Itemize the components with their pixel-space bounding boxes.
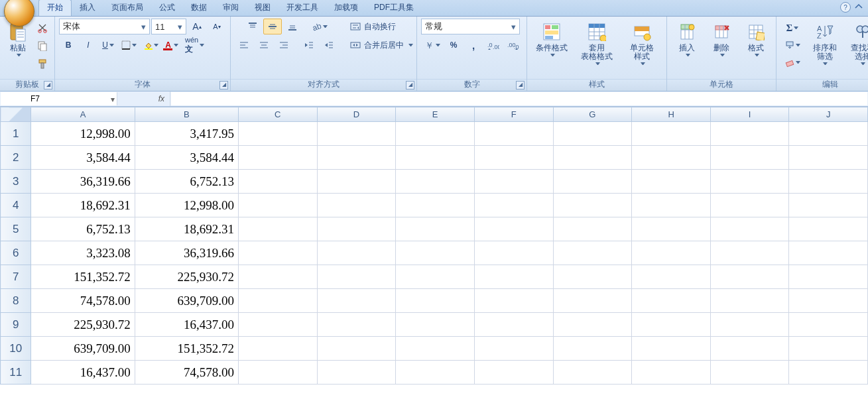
- cell-D10[interactable]: [317, 337, 396, 361]
- font-color-button[interactable]: A: [162, 37, 181, 53]
- cell-H5[interactable]: [632, 217, 711, 241]
- cell-A6[interactable]: 3,323.08: [31, 241, 135, 265]
- row-header-8[interactable]: 8: [1, 289, 31, 313]
- tab-view[interactable]: 视图: [247, 0, 279, 16]
- font-size-combo[interactable]: 11▾: [151, 19, 186, 34]
- cell-H3[interactable]: [632, 170, 711, 194]
- cell-A2[interactable]: 3,584.44: [31, 146, 135, 170]
- cell-B7[interactable]: 225,930.72: [135, 265, 238, 289]
- delete-cells-button[interactable]: 删除: [706, 19, 737, 59]
- sort-filter-button[interactable]: AZ 排序和 筛选: [807, 19, 842, 68]
- cell-E1[interactable]: [396, 122, 475, 146]
- decrease-font-button[interactable]: A▾: [208, 19, 226, 34]
- column-header-A[interactable]: A: [31, 107, 135, 122]
- cell-B8[interactable]: 639,709.00: [135, 289, 238, 313]
- column-header-I[interactable]: I: [710, 107, 788, 122]
- cell-E5[interactable]: [396, 217, 475, 241]
- cell-J11[interactable]: [789, 361, 868, 385]
- align-bottom-button[interactable]: [283, 19, 302, 34]
- cell-J10[interactable]: [789, 337, 868, 361]
- cell-I10[interactable]: [710, 337, 788, 361]
- cell-G1[interactable]: [553, 122, 632, 146]
- cell-G7[interactable]: [553, 265, 632, 289]
- column-header-C[interactable]: C: [238, 107, 317, 122]
- align-top-button[interactable]: [243, 19, 262, 34]
- cell-H7[interactable]: [632, 265, 711, 289]
- cell-D8[interactable]: [317, 289, 396, 313]
- border-button[interactable]: [119, 37, 139, 53]
- cell-E2[interactable]: [396, 146, 475, 170]
- cell-E6[interactable]: [396, 241, 475, 265]
- cell-B1[interactable]: 3,417.95: [135, 122, 238, 146]
- formula-input[interactable]: [171, 92, 867, 105]
- cell-F8[interactable]: [474, 289, 553, 313]
- cell-E7[interactable]: [396, 265, 475, 289]
- cell-I11[interactable]: [710, 361, 788, 385]
- cell-G11[interactable]: [553, 361, 632, 385]
- row-header-3[interactable]: 3: [1, 170, 31, 194]
- cell-E11[interactable]: [396, 361, 475, 385]
- cell-B4[interactable]: 12,998.00: [135, 194, 238, 217]
- tab-review[interactable]: 审阅: [215, 0, 247, 16]
- format-cells-button[interactable]: 格式: [740, 19, 772, 59]
- column-header-F[interactable]: F: [474, 107, 553, 122]
- cell-B5[interactable]: 18,692.31: [135, 217, 238, 241]
- column-header-J[interactable]: J: [789, 107, 868, 122]
- cell-C2[interactable]: [238, 146, 317, 170]
- cell-A8[interactable]: 74,578.00: [31, 289, 135, 313]
- cell-B2[interactable]: 3,584.44: [135, 146, 238, 170]
- cell-D7[interactable]: [317, 265, 396, 289]
- find-select-button[interactable]: 查找和 选择: [845, 19, 868, 68]
- cell-C11[interactable]: [238, 361, 317, 385]
- cell-J2[interactable]: [789, 146, 868, 170]
- cell-A3[interactable]: 36,319.66: [31, 170, 135, 194]
- font-launcher[interactable]: ◢: [219, 81, 228, 89]
- cell-C4[interactable]: [238, 194, 317, 217]
- cell-E4[interactable]: [396, 194, 475, 217]
- cell-C8[interactable]: [238, 289, 317, 313]
- number-launcher[interactable]: ◢: [516, 81, 525, 89]
- cell-A11[interactable]: 16,437.00: [31, 361, 135, 385]
- cell-A1[interactable]: 12,998.00: [31, 122, 135, 146]
- row-header-1[interactable]: 1: [1, 122, 31, 146]
- cell-F3[interactable]: [474, 170, 553, 194]
- cell-D6[interactable]: [317, 241, 396, 265]
- cell-J4[interactable]: [789, 194, 868, 217]
- row-header-7[interactable]: 7: [1, 265, 31, 289]
- cell-G2[interactable]: [553, 146, 632, 170]
- clear-button[interactable]: [780, 54, 804, 70]
- number-format-combo[interactable]: 常规▾: [421, 19, 520, 34]
- cell-C6[interactable]: [238, 241, 317, 265]
- cell-I8[interactable]: [710, 289, 788, 313]
- cell-F11[interactable]: [474, 361, 553, 385]
- column-header-D[interactable]: D: [317, 107, 396, 122]
- cell-F6[interactable]: [474, 241, 553, 265]
- cell-G6[interactable]: [553, 241, 632, 265]
- row-header-11[interactable]: 11: [1, 361, 31, 385]
- cell-I5[interactable]: [710, 217, 788, 241]
- align-right-button[interactable]: [275, 37, 293, 53]
- cell-H10[interactable]: [632, 337, 711, 361]
- cell-B10[interactable]: 151,352.72: [135, 337, 238, 361]
- cell-I4[interactable]: [710, 194, 788, 217]
- row-header-9[interactable]: 9: [1, 313, 31, 337]
- column-header-H[interactable]: H: [632, 107, 711, 122]
- cell-B3[interactable]: 6,752.13: [135, 170, 238, 194]
- underline-button[interactable]: U: [99, 37, 117, 53]
- cell-I2[interactable]: [710, 146, 788, 170]
- cell-H2[interactable]: [632, 146, 711, 170]
- cell-G3[interactable]: [553, 170, 632, 194]
- cell-F1[interactable]: [474, 122, 553, 146]
- comma-style-button[interactable]: ,: [464, 37, 483, 53]
- accounting-format-button[interactable]: ￥: [421, 37, 443, 53]
- conditional-formatting-button[interactable]: 条件格式: [531, 19, 572, 59]
- wrap-text-button[interactable]: 自动换行: [347, 19, 419, 34]
- cell-F9[interactable]: [474, 313, 553, 337]
- cell-F7[interactable]: [474, 265, 553, 289]
- cell-D11[interactable]: [317, 361, 396, 385]
- cell-E3[interactable]: [396, 170, 475, 194]
- cell-B6[interactable]: 36,319.66: [135, 241, 238, 265]
- cell-I3[interactable]: [710, 170, 788, 194]
- phonetic-button[interactable]: wén文: [182, 37, 207, 53]
- cell-styles-button[interactable]: 单元格 样式: [621, 19, 662, 68]
